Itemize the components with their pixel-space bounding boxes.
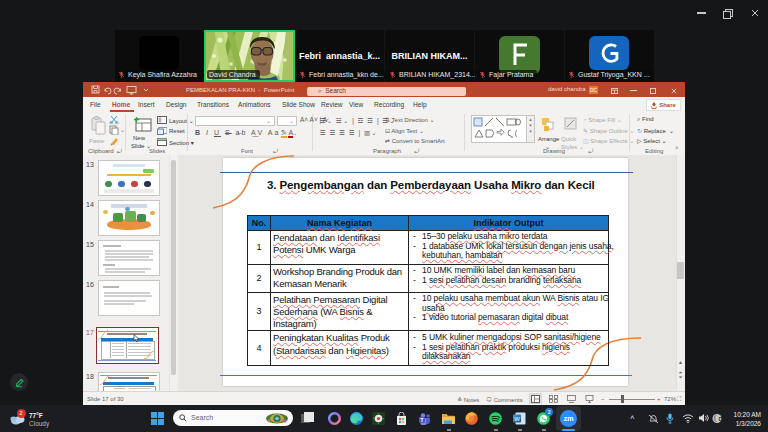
svg-text:D: D	[719, 416, 723, 422]
svg-text:W: W	[514, 416, 520, 422]
